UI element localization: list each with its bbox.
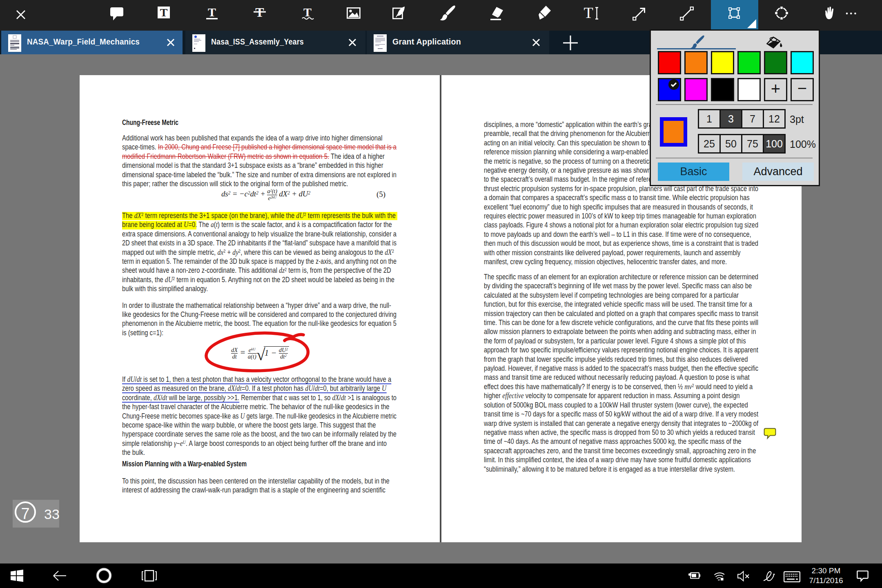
svg-text:T: T [584,4,593,21]
svg-text:T: T [303,5,312,19]
svg-text:T: T [208,5,216,19]
svg-text:T: T [160,6,168,19]
